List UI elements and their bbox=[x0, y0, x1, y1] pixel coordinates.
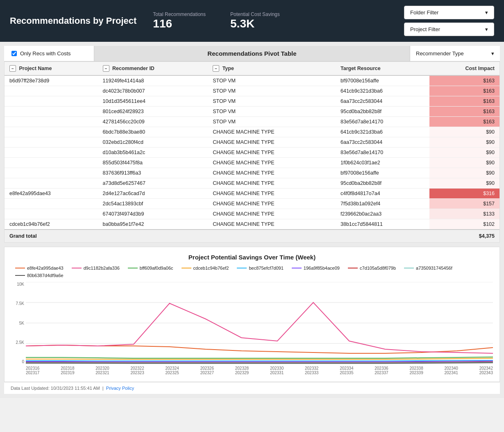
folder-filter-dropdown[interactable]: Folder Filter ▾ bbox=[404, 6, 494, 19]
folder-filter-label: Folder Filter bbox=[410, 9, 438, 16]
table-row: 6bdc7b88e3bae80 CHANGE MACHINE TYPE 641c… bbox=[5, 127, 499, 137]
cell-target: f239662b0ac2aa3 bbox=[336, 209, 429, 219]
cell-cost: $90 bbox=[429, 148, 499, 158]
cost-savings-stat: Potential Cost Savings 5.3K bbox=[230, 11, 280, 30]
cell-target: 6aa73cc2c583044 bbox=[336, 137, 429, 148]
col-project-name[interactable]: − Project Name bbox=[5, 62, 98, 75]
checkbox-area[interactable]: Only Recs with Costs bbox=[4, 46, 94, 61]
table-row: 10d1d3545611ee4 STOP VM 6aa73cc2c583044 … bbox=[5, 96, 499, 107]
x-label-top: 202338 bbox=[409, 366, 423, 371]
recommender-type-label: Recommender Type bbox=[416, 50, 464, 57]
x-axis-bottom: 2023172023192023212023232023252023272023… bbox=[26, 371, 493, 375]
x-label-top: 202336 bbox=[375, 366, 388, 371]
cell-project bbox=[5, 96, 98, 107]
cell-recommender: a73d8d5e6257467 bbox=[98, 178, 208, 189]
recommender-type-dropdown[interactable]: Recommender Type ▾ bbox=[410, 46, 500, 61]
table-header: − Project Name − Recommender ID − Type T… bbox=[5, 62, 499, 75]
cell-target: 7f5d38b1a092ef4 bbox=[336, 199, 429, 209]
table-row: cdceb1c94b76ef2 ba0bba95e1f7e42 CHANGE M… bbox=[5, 219, 499, 230]
legend-item: c7d105a5d8f079b bbox=[348, 266, 396, 271]
cell-target: bf97008e156affe bbox=[336, 75, 429, 86]
cell-cost: $90 bbox=[429, 178, 499, 189]
project-filter-icon[interactable]: − bbox=[9, 65, 16, 72]
privacy-policy-link[interactable]: Privacy Policy bbox=[106, 386, 134, 391]
legend-item: d9c1182b2afa336 bbox=[72, 266, 120, 271]
header-filters: Folder Filter ▾ Project Filter ▾ bbox=[404, 6, 494, 36]
table-footer: Grand total $4,375 bbox=[5, 230, 499, 242]
x-label-bottom: 202335 bbox=[340, 371, 353, 375]
cell-target: 6aa73cc2c583044 bbox=[336, 96, 429, 107]
legend-item: e8fe42a995dae43 bbox=[15, 266, 64, 271]
table-body: b6d97ff28e738d9 119249fe41414a8 STOP VM … bbox=[5, 75, 499, 230]
table-row: dc4023c78b0b007 STOP VM 641cb9c321d3ba6 … bbox=[5, 86, 499, 96]
legend-item: 80b6387d4df9a6e bbox=[15, 273, 64, 278]
col-type[interactable]: − Type bbox=[208, 62, 336, 75]
y-label-75k: 7.5K bbox=[16, 301, 24, 306]
x-label-bottom: 202343 bbox=[479, 371, 493, 375]
cell-project: b6d97ff28e738d9 bbox=[5, 75, 98, 86]
cell-target: c4f0f8d4817o7a4 bbox=[336, 189, 429, 199]
cell-project bbox=[5, 199, 98, 209]
cell-type: STOP VM bbox=[208, 96, 336, 107]
cell-type: STOP VM bbox=[208, 107, 336, 117]
x-label-bottom: 202337 bbox=[375, 371, 388, 375]
total-recs-label: Total Recommendations bbox=[153, 11, 206, 17]
project-filter-dropdown[interactable]: Project Filter ▾ bbox=[404, 23, 494, 36]
pivot-table-label: Recommendations Pivot Table bbox=[94, 46, 410, 61]
cell-recommender: 801ced624f28923 bbox=[98, 107, 208, 117]
cell-type: CHANGE MACHINE TYPE bbox=[208, 189, 336, 199]
legend-line bbox=[15, 268, 25, 268]
cell-type: CHANGE MACHINE TYPE bbox=[208, 148, 336, 158]
cell-target: 83e56d7a8e14170 bbox=[336, 117, 429, 127]
table-row: 2dc54ac13893cbf CHANGE MACHINE TYPE 7f5d… bbox=[5, 199, 499, 209]
chart-title: Project Potential Savings Over Time (Wee… bbox=[11, 254, 493, 261]
x-label-top: 202330 bbox=[270, 366, 284, 371]
footer-updated: Data Last Updated: 10/31/2023 11:55:41 A… bbox=[11, 386, 100, 391]
cell-cost: $90 bbox=[429, 158, 499, 168]
type-filter-icon[interactable]: − bbox=[213, 65, 219, 72]
x-label-top: 202334 bbox=[340, 366, 353, 371]
recommender-filter-icon[interactable]: − bbox=[103, 65, 109, 72]
col-recommender-id[interactable]: − Recommender ID bbox=[98, 62, 208, 75]
cell-recommender: ba0bba95e1f7e42 bbox=[98, 219, 208, 230]
legend-line bbox=[15, 275, 25, 276]
chart-section: Project Potential Savings Over Time (Wee… bbox=[4, 247, 500, 382]
cell-type: CHANGE MACHINE TYPE bbox=[208, 158, 336, 168]
x-label-bottom: 202327 bbox=[200, 371, 214, 375]
cell-project bbox=[5, 209, 98, 219]
total-recs-value: 116 bbox=[153, 17, 206, 30]
legend-label: c7d105a5d8f079b bbox=[360, 266, 396, 271]
legend-label: d9c1182b2afa336 bbox=[84, 266, 120, 271]
cost-savings-label: Potential Cost Savings bbox=[230, 11, 280, 17]
cell-cost: $163 bbox=[429, 86, 499, 96]
legend-line bbox=[237, 268, 247, 268]
table-row: 42781456cc20c09 STOP VM 83e56d7a8e14170 … bbox=[5, 117, 499, 127]
cell-type: CHANGE MACHINE TYPE bbox=[208, 209, 336, 219]
legend-label: 80b6387d4df9a6e bbox=[27, 273, 64, 278]
table-row: d10ab3b5b461a2c CHANGE MACHINE TYPE 83e5… bbox=[5, 148, 499, 158]
legend-line bbox=[404, 268, 414, 268]
cell-target: bf97008e156affe bbox=[336, 168, 429, 178]
x-axis-labels-container: 2023162023182023202023222023242023262023… bbox=[26, 365, 493, 375]
y-label-10k: 10K bbox=[17, 282, 24, 286]
legend-item: bec875efcf7d091 bbox=[237, 266, 283, 271]
legend-label: a7350931745456f bbox=[416, 266, 452, 271]
cell-target: 38b1cc7d5844811 bbox=[336, 219, 429, 230]
controls-row: Only Recs with Costs Recommendations Piv… bbox=[4, 46, 500, 61]
only-costs-checkbox[interactable] bbox=[11, 51, 17, 56]
cost-savings-value: 5.3K bbox=[230, 17, 280, 30]
table-row: 674073f4974d3b9 CHANGE MACHINE TYPE f239… bbox=[5, 209, 499, 219]
cell-cost: $163 bbox=[429, 75, 499, 86]
cell-project bbox=[5, 117, 98, 127]
cell-cost: $102 bbox=[429, 219, 499, 230]
y-label-0: 0 bbox=[22, 359, 24, 364]
page-header: Recommendations by Project Total Recomme… bbox=[0, 0, 504, 42]
x-axis-top: 2023162023182023202023222023242023262023… bbox=[26, 366, 493, 371]
cell-type: STOP VM bbox=[208, 86, 336, 96]
x-label-bottom: 202325 bbox=[166, 371, 179, 375]
cell-target: 1f0b624c03f1ae2 bbox=[336, 158, 429, 168]
cell-target: 641cb9c321d3ba6 bbox=[336, 86, 429, 96]
cell-project bbox=[5, 127, 98, 137]
col-target-resource: Target Resource bbox=[336, 62, 429, 75]
table-row: e8fe42a995dae43 2d4e127ac6cad7d CHANGE M… bbox=[5, 189, 499, 199]
